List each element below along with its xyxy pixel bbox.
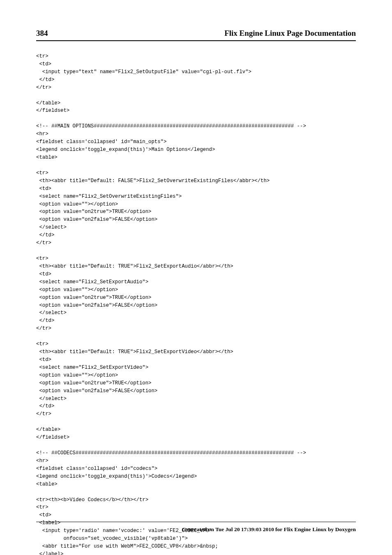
doc-title: Flix Engine Linux Page Documentation [224,29,356,38]
footer-text: Generated on Tue Jul 20 17:39:03 2010 fo… [182,526,356,532]
page-header: 384 Flix Engine Linux Page Documentation [36,29,356,41]
page-number: 384 [36,29,48,38]
page-footer: Generated on Tue Jul 20 17:39:03 2010 fo… [36,522,356,533]
code-listing: <tr> <td> <input type="text" name="Flix2… [36,53,356,555]
